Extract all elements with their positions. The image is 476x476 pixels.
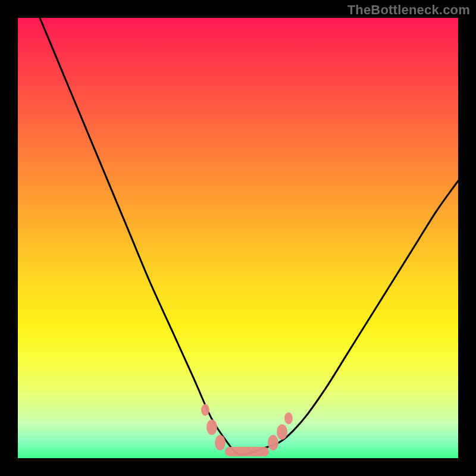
chart-marker	[201, 404, 209, 416]
attribution-label: TheBottleneck.com	[347, 2, 470, 18]
chart-marker	[277, 424, 287, 440]
chart-marker	[284, 412, 293, 424]
chart-frame: TheBottleneck.com	[0, 0, 476, 476]
chart-valley-floor	[225, 447, 269, 456]
chart-marker	[268, 435, 278, 450]
chart-curve-svg	[18, 18, 458, 458]
chart-marker	[215, 435, 226, 450]
bottleneck-curve	[40, 18, 458, 455]
chart-marker	[206, 419, 217, 435]
